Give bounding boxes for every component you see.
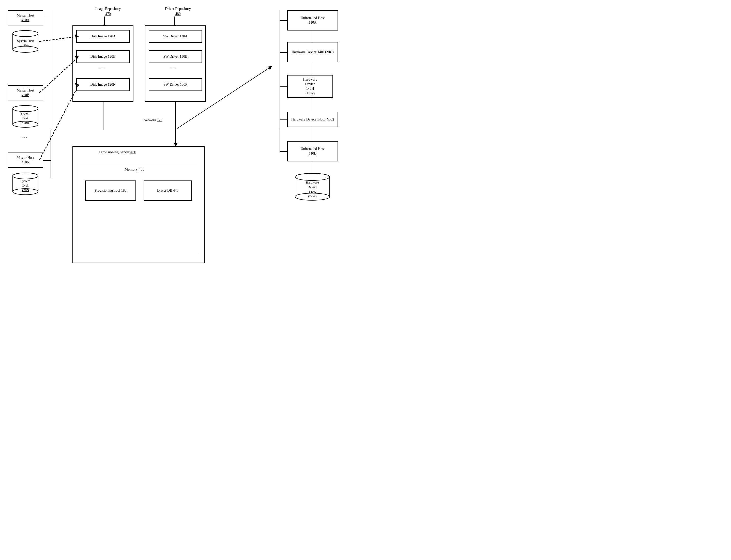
uninstalled-host-a-label: Uninstalled Host 110A bbox=[301, 16, 325, 25]
system-disk-n-label: SystemDisk 420N bbox=[21, 179, 30, 193]
left-vert-connector bbox=[51, 10, 51, 178]
vert-140j-to-140h bbox=[313, 62, 313, 75]
svg-point-11 bbox=[13, 105, 38, 112]
vert-110a-to-140j bbox=[313, 31, 313, 42]
master-host-a: Master Host 410A bbox=[8, 10, 43, 25]
svg-point-5 bbox=[13, 31, 38, 37]
svg-point-17 bbox=[13, 173, 38, 179]
sw-driver-p-label: SW Driver 130P bbox=[163, 82, 187, 87]
disk-image-a-label: Disk Image 120A bbox=[90, 34, 116, 39]
architecture-diagram: Master Host 410A System Disk 420A Master… bbox=[0, 0, 365, 280]
h-connector-right-h bbox=[280, 86, 287, 87]
hw-device-h-label: HardwareDevice140H(Disk) bbox=[303, 77, 317, 96]
right-vert-connector bbox=[280, 10, 280, 150]
hw-device-nic-l-label: Hardware Device 140L (NIC) bbox=[291, 117, 334, 122]
provisioning-tool-box: Provisioning Tool 180 bbox=[85, 180, 136, 201]
vert-driver-repo-down bbox=[175, 102, 176, 130]
master-host-n: Master Host 410N bbox=[8, 153, 43, 168]
h-connector-right-110a bbox=[280, 20, 287, 21]
disk-image-b-label: Disk Image 120B bbox=[90, 54, 116, 59]
h-connector-right-l bbox=[280, 119, 287, 120]
svg-point-35 bbox=[295, 173, 330, 180]
disk-image-a: Disk Image 120A bbox=[76, 30, 130, 43]
disk-image-b: Disk Image 120B bbox=[76, 50, 130, 63]
sw-driver-b-label: SW Driver 130B bbox=[163, 54, 188, 59]
driver-db-box: Driver DB 440 bbox=[144, 180, 192, 201]
arrow-network-to-prov bbox=[173, 143, 178, 146]
hw-device-nic-j-label: Hardware Device 140J (NIC) bbox=[292, 50, 333, 54]
arrow-driver-repo bbox=[174, 17, 175, 25]
network-label: Network 170 bbox=[144, 118, 162, 122]
master-host-n-ref: 410N bbox=[21, 160, 29, 165]
memory-label: Memory 435 bbox=[125, 167, 144, 172]
h-connector-410n bbox=[43, 160, 51, 161]
vert-image-repo-down bbox=[103, 102, 103, 130]
master-host-b: Master Host 410B bbox=[8, 85, 43, 100]
provisioning-server-label: Provisioning Server 430 bbox=[99, 150, 136, 154]
network-horiz-line bbox=[51, 130, 280, 130]
system-disk-n: SystemDisk 420N bbox=[12, 172, 39, 195]
master-host-b-label: Master Host bbox=[17, 88, 34, 93]
disk-image-n: Disk Image 120N bbox=[76, 78, 130, 91]
image-repo-label: Image Repository 470 bbox=[83, 6, 133, 16]
system-disk-b: SystemDisk 420B bbox=[12, 105, 39, 128]
network-right-ext bbox=[280, 130, 290, 130]
memory-box bbox=[79, 163, 198, 254]
hw-device-k-label: HardwareDevice140K(Disk) bbox=[306, 180, 319, 199]
master-host-n-label: Master Host bbox=[17, 156, 34, 160]
provisioning-tool-label: Provisioning Tool 180 bbox=[95, 188, 127, 193]
system-disk-a: System Disk 420A bbox=[12, 30, 39, 53]
h-connector-410a bbox=[43, 18, 51, 18]
h-connector-right-j bbox=[280, 52, 287, 53]
hw-device-h: HardwareDevice140H(Disk) bbox=[287, 75, 333, 98]
svg-marker-29 bbox=[268, 66, 272, 70]
uninstalled-host-b: Uninstalled Host 110B bbox=[287, 141, 338, 161]
ellipsis-hosts: ··· bbox=[22, 135, 28, 140]
uninstalled-host-a: Uninstalled Host 110A bbox=[287, 10, 338, 31]
sw-driver-a: SW Driver 130A bbox=[149, 30, 202, 43]
uninstalled-host-b-label: Uninstalled Host 110B bbox=[301, 147, 325, 156]
sw-driver-b: SW Driver 130B bbox=[149, 50, 202, 63]
right-vert-connector-lower bbox=[280, 130, 280, 153]
hw-device-k: HardwareDevice140K(Disk) bbox=[294, 173, 331, 201]
hw-device-nic-j: Hardware Device 140J (NIC) bbox=[287, 42, 338, 62]
sw-driver-a-label: SW Driver 130A bbox=[163, 34, 187, 39]
hw-device-nic-l: Hardware Device 140L (NIC) bbox=[287, 112, 338, 127]
system-disk-a-label: System Disk 420A bbox=[17, 39, 34, 48]
svg-marker-18 bbox=[173, 143, 178, 146]
master-host-a-ref: 410A bbox=[21, 18, 29, 22]
ellipsis-drivers: ··· bbox=[170, 66, 176, 71]
vert-140h-to-140l bbox=[313, 98, 313, 112]
arrow-to-prov-server bbox=[175, 130, 176, 145]
driver-db-label: Driver DB 440 bbox=[157, 188, 178, 193]
disk-image-n-label: Disk Image 120N bbox=[90, 82, 116, 87]
master-host-a-label: Master Host bbox=[17, 13, 34, 18]
h-connector-410b bbox=[43, 93, 51, 93]
ellipsis-images: ··· bbox=[99, 66, 105, 71]
vert-110b-to-140k bbox=[313, 161, 313, 173]
master-host-b-ref: 410B bbox=[22, 93, 29, 97]
system-disk-b-label: SystemDisk 420B bbox=[21, 111, 30, 125]
sw-driver-p: SW Driver 130P bbox=[149, 78, 202, 91]
arrow-image-repo bbox=[104, 17, 105, 25]
vert-140l-to-110b bbox=[313, 127, 313, 141]
h-connector-right-110b bbox=[280, 151, 287, 152]
driver-repo-label: Driver Repository 480 bbox=[153, 6, 203, 16]
